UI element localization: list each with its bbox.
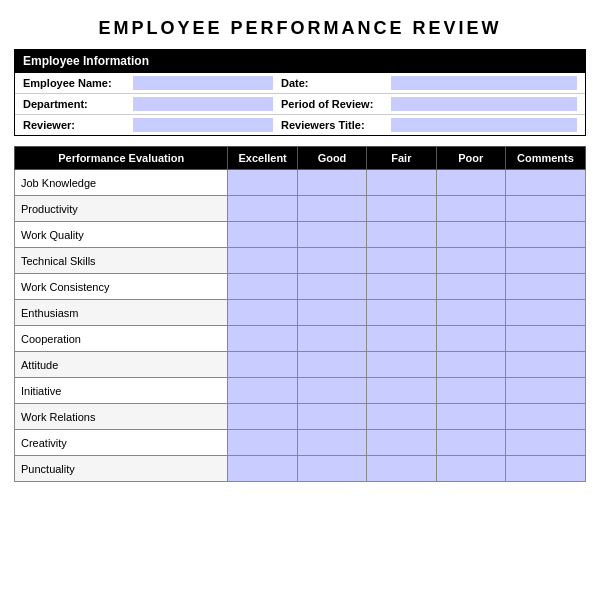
eval-rating-cell[interactable] — [297, 378, 366, 404]
eval-rating-cell[interactable] — [367, 430, 436, 456]
table-header-row: Performance Evaluation Excellent Good Fa… — [15, 147, 586, 170]
eval-rating-cell[interactable] — [436, 326, 505, 352]
eval-rating-cell[interactable] — [505, 326, 585, 352]
eval-rating-cell[interactable] — [367, 456, 436, 482]
info-row-2: Department: Period of Review: — [15, 94, 585, 115]
eval-rating-cell[interactable] — [228, 196, 297, 222]
eval-rating-cell[interactable] — [367, 170, 436, 196]
eval-rating-cell[interactable] — [505, 430, 585, 456]
eval-rating-cell[interactable] — [228, 274, 297, 300]
table-row: Work Quality — [15, 222, 586, 248]
eval-rating-cell[interactable] — [297, 352, 366, 378]
eval-rating-cell[interactable] — [297, 222, 366, 248]
eval-rating-cell[interactable] — [297, 196, 366, 222]
eval-rating-cell[interactable] — [367, 352, 436, 378]
period-of-review-input[interactable] — [391, 97, 577, 111]
evaluation-table: Performance Evaluation Excellent Good Fa… — [14, 146, 586, 482]
eval-rating-cell[interactable] — [436, 274, 505, 300]
eval-rating-cell[interactable] — [436, 196, 505, 222]
eval-rating-cell[interactable] — [297, 274, 366, 300]
eval-rating-cell[interactable] — [505, 170, 585, 196]
eval-rating-cell[interactable] — [505, 222, 585, 248]
eval-rating-cell[interactable] — [228, 326, 297, 352]
date-label: Date: — [281, 77, 391, 89]
eval-rating-cell[interactable] — [367, 404, 436, 430]
reviewers-title-label: Reviewers Title: — [281, 119, 391, 131]
col-header-comments: Comments — [505, 147, 585, 170]
eval-rating-cell[interactable] — [297, 300, 366, 326]
reviewers-title-input[interactable] — [391, 118, 577, 132]
eval-rating-cell[interactable] — [367, 326, 436, 352]
eval-rating-cell[interactable] — [436, 300, 505, 326]
eval-rating-cell[interactable] — [367, 300, 436, 326]
eval-rating-cell[interactable] — [436, 352, 505, 378]
eval-rating-cell[interactable] — [228, 404, 297, 430]
eval-row-label: Work Consistency — [15, 274, 228, 300]
eval-rating-cell[interactable] — [228, 300, 297, 326]
table-row: Productivity — [15, 196, 586, 222]
eval-rating-cell[interactable] — [505, 456, 585, 482]
eval-rating-cell[interactable] — [228, 352, 297, 378]
eval-rating-cell[interactable] — [297, 248, 366, 274]
eval-rating-cell[interactable] — [505, 248, 585, 274]
eval-rating-cell[interactable] — [367, 222, 436, 248]
eval-rating-cell[interactable] — [367, 378, 436, 404]
eval-rating-cell[interactable] — [297, 456, 366, 482]
eval-row-label: Work Relations — [15, 404, 228, 430]
period-of-review-label: Period of Review: — [281, 98, 391, 110]
eval-rating-cell[interactable] — [367, 196, 436, 222]
eval-rating-cell[interactable] — [367, 248, 436, 274]
eval-rating-cell[interactable] — [297, 170, 366, 196]
eval-row-label: Enthusiasm — [15, 300, 228, 326]
eval-row-label: Cooperation — [15, 326, 228, 352]
eval-row-label: Attitude — [15, 352, 228, 378]
col-header-poor: Poor — [436, 147, 505, 170]
reviewer-input[interactable] — [133, 118, 273, 132]
eval-rating-cell[interactable] — [297, 404, 366, 430]
eval-rating-cell[interactable] — [228, 378, 297, 404]
eval-rating-cell[interactable] — [297, 326, 366, 352]
page-title: EMPLOYEE PERFORMANCE REVIEW — [14, 18, 586, 39]
eval-rating-cell[interactable] — [436, 248, 505, 274]
eval-row-label: Initiative — [15, 378, 228, 404]
department-input[interactable] — [133, 97, 273, 111]
info-row-1: Employee Name: Date: — [15, 73, 585, 94]
table-row: Cooperation — [15, 326, 586, 352]
table-row: Work Consistency — [15, 274, 586, 300]
eval-rating-cell[interactable] — [505, 300, 585, 326]
eval-rating-cell[interactable] — [505, 404, 585, 430]
table-row: Creativity — [15, 430, 586, 456]
eval-rating-cell[interactable] — [436, 456, 505, 482]
page: EMPLOYEE PERFORMANCE REVIEW Employee Inf… — [0, 0, 600, 500]
eval-rating-cell[interactable] — [505, 196, 585, 222]
employee-name-input[interactable] — [133, 76, 273, 90]
eval-rating-cell[interactable] — [436, 430, 505, 456]
eval-rating-cell[interactable] — [228, 430, 297, 456]
eval-rating-cell[interactable] — [367, 274, 436, 300]
eval-rating-cell[interactable] — [505, 378, 585, 404]
eval-rating-cell[interactable] — [297, 430, 366, 456]
eval-rating-cell[interactable] — [505, 352, 585, 378]
eval-row-label: Productivity — [15, 196, 228, 222]
eval-row-label: Technical Skills — [15, 248, 228, 274]
eval-rating-cell[interactable] — [436, 404, 505, 430]
eval-rating-cell[interactable] — [228, 248, 297, 274]
reviewer-label: Reviewer: — [23, 119, 133, 131]
date-input[interactable] — [391, 76, 577, 90]
col-header-fair: Fair — [367, 147, 436, 170]
eval-rating-cell[interactable] — [228, 170, 297, 196]
eval-rating-cell[interactable] — [228, 222, 297, 248]
table-row: Attitude — [15, 352, 586, 378]
col-header-good: Good — [297, 147, 366, 170]
eval-rating-cell[interactable] — [436, 378, 505, 404]
table-row: Work Relations — [15, 404, 586, 430]
table-row: Job Knowledge — [15, 170, 586, 196]
info-section-header: Employee Information — [15, 50, 585, 73]
eval-rating-cell[interactable] — [228, 456, 297, 482]
eval-rating-cell[interactable] — [505, 274, 585, 300]
table-row: Enthusiasm — [15, 300, 586, 326]
eval-rating-cell[interactable] — [436, 222, 505, 248]
eval-rating-cell[interactable] — [436, 170, 505, 196]
table-row: Initiative — [15, 378, 586, 404]
table-row: Technical Skills — [15, 248, 586, 274]
